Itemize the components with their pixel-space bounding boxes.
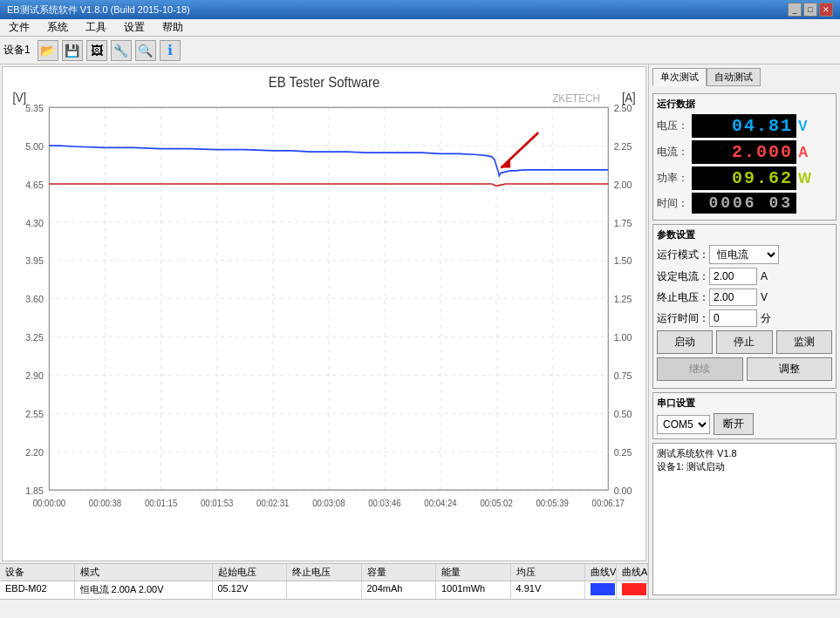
run-time-label: 运行时间： (657, 311, 709, 326)
body-area: EB Tester Software ZKETECH [V] [A] (0, 65, 840, 599)
power-unit: W (798, 171, 811, 187)
tab-bar: 单次测试 自动测试 (652, 68, 837, 86)
svg-text:3.95: 3.95 (25, 255, 44, 266)
right-panel: 单次测试 自动测试 运行数据 电压： 04.81 V 电流： 2.000 A 功… (648, 65, 840, 599)
svg-text:0.00: 0.00 (614, 485, 632, 495)
stop-button[interactable]: 停止 (716, 330, 772, 354)
table-row: EBD-M02 恒电流 2.00A 2.00V 05.12V 204mAh 10… (0, 581, 648, 599)
svg-text:3.60: 3.60 (25, 294, 44, 304)
chart-container: EB Tester Software ZKETECH [V] [A] (2, 66, 646, 561)
header-end-v: 终止电压 (287, 564, 362, 581)
serial-section: 串口设置 COM5 COM1 COM2 COM3 COM4 断开 (652, 392, 837, 439)
open-button[interactable]: 📂 (38, 40, 58, 61)
btn-row-1: 启动 停止 监测 (657, 330, 832, 354)
end-voltage-input[interactable] (709, 289, 757, 306)
start-button[interactable]: 启动 (657, 330, 713, 354)
continue-button[interactable]: 继续 (657, 357, 743, 381)
mode-row: 运行模式： 恒电流 (657, 245, 832, 264)
svg-text:00:02:31: 00:02:31 (256, 498, 290, 507)
svg-text:00:05:02: 00:05:02 (480, 498, 513, 507)
param-settings-title: 参数设置 (657, 228, 832, 241)
svg-text:0.75: 0.75 (614, 370, 632, 381)
log-area: 测试系统软件 V1.8 设备1: 测试启动 (652, 443, 837, 595)
svg-text:2.90: 2.90 (25, 370, 44, 381)
voltage-row: 电压： 04.81 V (657, 114, 832, 138)
search-button[interactable]: 🔍 (135, 40, 156, 61)
svg-text:00:01:15: 00:01:15 (145, 498, 178, 507)
running-data-section: 运行数据 电压： 04.81 V 电流： 2.000 A 功率： 09.62 W (652, 93, 837, 221)
save-button[interactable]: 💾 (62, 40, 83, 61)
cell-mode: 恒电流 2.00A 2.00V (75, 581, 213, 599)
current-row: 电流： 2.000 A (657, 140, 832, 164)
set-current-unit: A (761, 270, 768, 282)
svg-text:2.50: 2.50 (614, 102, 632, 112)
svg-text:[V]: [V] (12, 92, 26, 105)
voltage-label: 电压： (657, 119, 692, 133)
svg-text:0.25: 0.25 (614, 446, 632, 457)
cell-curve-v (585, 581, 617, 599)
end-voltage-row: 终止电压： V (657, 289, 832, 306)
menu-help[interactable]: 帮助 (157, 18, 188, 37)
chart-svg: EB Tester Software ZKETECH [V] [A] (3, 67, 645, 560)
tab-single[interactable]: 单次测试 (652, 68, 707, 86)
menu-settings[interactable]: 设置 (119, 18, 150, 37)
info-button[interactable]: ℹ (160, 40, 181, 61)
cell-start-v: 05.12V (213, 581, 288, 599)
tab-auto[interactable]: 自动测试 (707, 68, 761, 86)
close-button[interactable]: ✕ (819, 3, 833, 17)
param-settings-section: 参数设置 运行模式： 恒电流 设定电流： A 终止电压： V (652, 224, 837, 389)
curve-a-swatch (622, 583, 646, 595)
set-current-row: 设定电流： A (657, 268, 832, 285)
svg-text:00:03:08: 00:03:08 (312, 498, 345, 507)
monitor-button[interactable]: 监测 (776, 330, 832, 354)
voltage-display: 04.81 (692, 114, 796, 138)
device-label: 设备1 (3, 43, 31, 58)
header-curve-v: 曲线V (585, 564, 617, 581)
power-row: 功率： 09.62 W (657, 166, 832, 190)
svg-text:5.00: 5.00 (25, 140, 44, 151)
run-time-input[interactable] (709, 309, 757, 327)
mode-select[interactable]: 恒电流 (709, 245, 779, 264)
cell-energy: 1001mWh (436, 581, 511, 599)
chart-watermark: ZKETECH (552, 92, 600, 105)
adjust-button[interactable]: 调整 (747, 357, 833, 381)
set-current-input[interactable] (709, 268, 757, 285)
cell-curve-a (617, 581, 648, 599)
svg-text:2.00: 2.00 (614, 179, 632, 189)
end-voltage-label: 终止电压： (657, 290, 709, 305)
header-cap: 容量 (362, 564, 437, 581)
svg-text:1.25: 1.25 (614, 294, 632, 304)
svg-text:00:05:39: 00:05:39 (536, 498, 569, 507)
svg-text:3.25: 3.25 (25, 332, 44, 343)
com-row: COM5 COM1 COM2 COM3 COM4 断开 (657, 413, 832, 435)
chart-title: EB Tester Software (269, 75, 380, 91)
time-row: 时间： 0006 03 (657, 193, 832, 214)
svg-text:2.20: 2.20 (25, 446, 44, 457)
svg-text:2.25: 2.25 (614, 140, 632, 151)
time-label: 时间： (657, 196, 692, 211)
svg-rect-0 (3, 67, 645, 560)
running-data-title: 运行数据 (657, 98, 832, 111)
voltage-unit: V (798, 119, 808, 134)
cell-device: EBD-M02 (0, 581, 75, 599)
window-title: EB测试系统软件 V1.8.0 (Build 2015-10-18) (7, 3, 190, 17)
maximize-button[interactable]: □ (803, 3, 817, 17)
settings-button[interactable]: 🔧 (111, 40, 132, 61)
image-button[interactable]: 🖼 (86, 40, 107, 61)
svg-text:1.85: 1.85 (25, 485, 44, 495)
title-bar: EB测试系统软件 V1.8.0 (Build 2015-10-18) _ □ ✕ (0, 0, 840, 19)
table-header: 设备 模式 起始电压 终止电压 容量 能量 均压 曲线V 曲线A (0, 564, 648, 581)
log-line-2: 设备1: 测试启动 (657, 460, 832, 473)
header-energy: 能量 (436, 564, 511, 581)
minimize-button[interactable]: _ (788, 3, 802, 17)
toolbar: 设备1 📂 💾 🖼 🔧 🔍 ℹ (0, 37, 840, 65)
menu-file[interactable]: 文件 (3, 18, 35, 37)
window-controls: _ □ ✕ (788, 3, 833, 17)
disconnect-button[interactable]: 断开 (714, 413, 754, 435)
power-display: 09.62 (692, 166, 796, 190)
menu-system[interactable]: 系统 (42, 18, 73, 37)
com-select[interactable]: COM5 COM1 COM2 COM3 COM4 (657, 415, 710, 434)
header-start-v: 起始电压 (213, 564, 288, 581)
menu-tools[interactable]: 工具 (80, 18, 112, 37)
svg-text:00:00:38: 00:00:38 (89, 498, 122, 507)
